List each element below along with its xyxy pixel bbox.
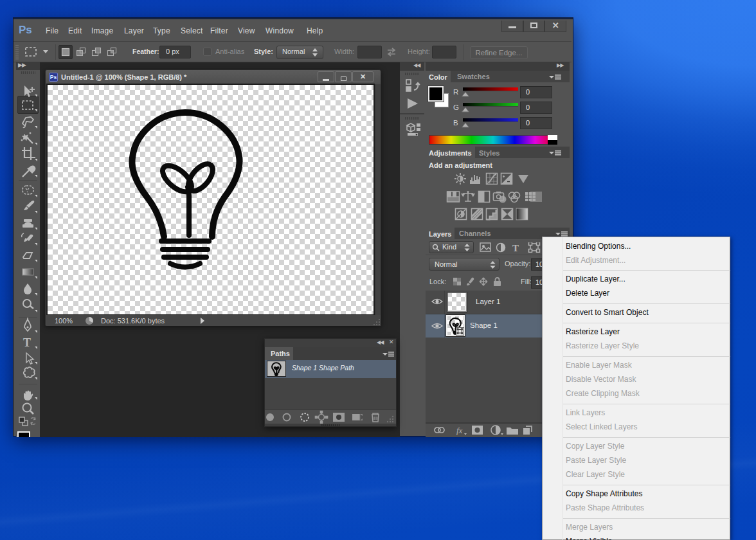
svg-text:T: T xyxy=(512,243,519,253)
svg-text:T: T xyxy=(23,336,31,349)
svg-text:fx: fx xyxy=(456,426,463,435)
